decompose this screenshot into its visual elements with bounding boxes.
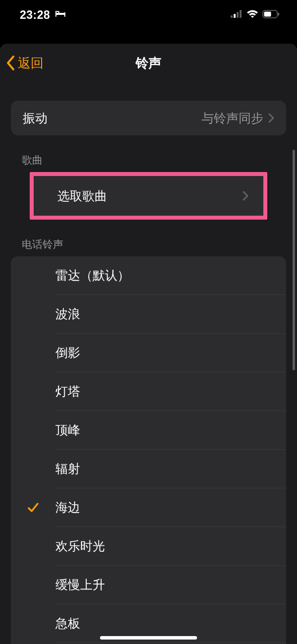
chevron-right-icon bbox=[268, 113, 274, 123]
ringtone-row[interactable]: 灯塔 bbox=[11, 372, 286, 410]
ringtone-section-title: 电话铃声 bbox=[22, 237, 297, 251]
pick-song-row[interactable]: 选取歌曲 bbox=[34, 176, 263, 216]
vibration-value: 与铃声同步 bbox=[201, 110, 263, 126]
chevron-left-icon bbox=[6, 55, 16, 71]
ringtone-label: 辐射 bbox=[55, 461, 274, 477]
vibration-row[interactable]: 振动 与铃声同步 bbox=[11, 101, 286, 135]
ringtone-label: 海边 bbox=[55, 499, 274, 516]
nav-header: 返回 铃声 bbox=[0, 44, 297, 82]
back-button[interactable]: 返回 bbox=[0, 55, 44, 72]
ringtone-label: 雷达（默认） bbox=[55, 267, 274, 284]
ringtone-row[interactable]: 海边 bbox=[11, 488, 286, 527]
svg-rect-1 bbox=[234, 14, 236, 18]
status-time: 23:28 bbox=[20, 8, 50, 22]
ringtone-label: 倒影 bbox=[55, 345, 274, 361]
ringtone-label: 缓慢上升 bbox=[55, 577, 274, 593]
svg-rect-3 bbox=[240, 10, 242, 18]
ringtone-list: 雷达（默认）波浪倒影灯塔顶峰辐射海边欢乐时光缓慢上升急板煎茶 bbox=[11, 256, 286, 644]
ringtone-label: 急板 bbox=[55, 615, 274, 632]
ringtone-row[interactable]: 辐射 bbox=[11, 450, 286, 488]
svg-rect-0 bbox=[231, 15, 233, 18]
ringtone-row[interactable]: 雷达（默认） bbox=[11, 256, 286, 294]
svg-rect-5 bbox=[264, 11, 271, 16]
ringtone-label: 顶峰 bbox=[55, 422, 274, 438]
svg-rect-6 bbox=[278, 12, 280, 15]
ringtone-row[interactable]: 倒影 bbox=[11, 334, 286, 372]
status-right bbox=[231, 9, 280, 20]
signal-icon bbox=[231, 10, 243, 20]
svg-rect-2 bbox=[237, 12, 239, 18]
song-section-title: 歌曲 bbox=[22, 153, 297, 167]
battery-icon bbox=[262, 10, 280, 20]
home-indicator[interactable] bbox=[100, 636, 197, 640]
page-title: 铃声 bbox=[136, 55, 161, 72]
vibration-group: 振动 与铃声同步 bbox=[11, 101, 286, 135]
scroll-indicator[interactable] bbox=[293, 150, 295, 370]
ringtone-row[interactable]: 欢乐时光 bbox=[11, 527, 286, 565]
back-label: 返回 bbox=[18, 55, 44, 72]
checkmark-icon bbox=[27, 502, 39, 513]
vibration-label: 振动 bbox=[23, 110, 201, 126]
status-bar: 23:28 bbox=[0, 0, 297, 30]
wifi-icon bbox=[247, 9, 258, 20]
ringtone-label: 欢乐时光 bbox=[55, 538, 274, 554]
ringtone-row[interactable]: 波浪 bbox=[11, 295, 286, 333]
ringtone-label: 灯塔 bbox=[55, 383, 274, 400]
pick-song-highlight: 选取歌曲 bbox=[30, 172, 267, 220]
status-left: 23:28 bbox=[20, 8, 66, 22]
pick-song-label: 选取歌曲 bbox=[57, 188, 243, 204]
content-card: 返回 铃声 振动 与铃声同步 歌曲 选取歌曲 电话铃声 雷达（默认）波浪倒影灯塔… bbox=[0, 44, 297, 644]
check-column bbox=[11, 502, 55, 513]
ringtone-label: 波浪 bbox=[55, 306, 274, 322]
bed-icon bbox=[55, 10, 66, 20]
chevron-right-icon bbox=[243, 191, 248, 201]
ringtone-row[interactable]: 缓慢上升 bbox=[11, 566, 286, 604]
ringtone-row[interactable]: 顶峰 bbox=[11, 411, 286, 449]
